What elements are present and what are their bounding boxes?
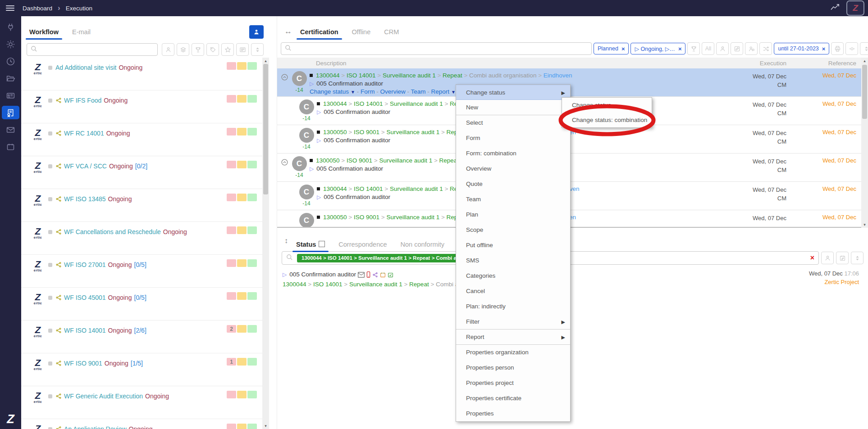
context-menu-item[interactable]: Plan ▶	[456, 207, 570, 222]
workflow-name[interactable]: Ap Application Review	[64, 425, 127, 429]
filter-chip-ongoing[interactable]: ▷ Ongoing, ▷…×	[630, 43, 685, 54]
item-checkbox[interactable]	[48, 361, 52, 366]
person-filter-icon[interactable]	[716, 42, 729, 55]
envelope-icon[interactable]	[358, 271, 365, 280]
breadcrumb-segment[interactable]: Surveillance audit 1	[376, 72, 436, 79]
breadcrumb-segment[interactable]: 1300044	[323, 100, 347, 107]
item-checkbox[interactable]	[48, 197, 52, 201]
folder-open-icon[interactable]	[2, 72, 19, 85]
breadcrumb-segment[interactable]: ISO 9001	[347, 129, 379, 135]
item-checkbox[interactable]	[48, 329, 52, 333]
context-menu-item[interactable]: Filter ▶	[456, 314, 570, 330]
breadcrumb-segment[interactable]: Surveillance audit 1	[372, 157, 432, 164]
context-menu-item[interactable]: Properties organization ▶	[456, 345, 570, 360]
item-checkbox[interactable]	[48, 99, 52, 103]
breadcrumb-segment[interactable]: ISO 14001	[347, 185, 383, 192]
breadcrumb-segment[interactable]: 1300044	[323, 185, 347, 192]
workflow-list-item[interactable]: Zertic WF Generic Audit ExecutionOngoing	[21, 386, 269, 419]
workflow-name[interactable]: WF IFS Food	[64, 97, 101, 104]
detail-tab[interactable]: Non conformity	[400, 241, 446, 252]
context-menu-item[interactable]: Scope ▶	[456, 222, 570, 238]
workflow-list-item[interactable]: Zertic WF ISO 13485Ongoing	[21, 189, 269, 222]
line-chart-icon[interactable]	[830, 3, 840, 13]
sort-icon[interactable]	[851, 252, 863, 264]
calendar-icon[interactable]	[380, 271, 386, 280]
workflow-list-item[interactable]: Zertic WF ISO 9001Ongoing[1/5] 1	[21, 353, 269, 386]
workflow-name[interactable]: WF ISO 14001	[64, 327, 106, 334]
table-row[interactable]: C 1300050ISO 9001Surveillance audit 1Rep…	[277, 210, 868, 228]
collapse-icon[interactable]	[277, 156, 289, 181]
clock-icon[interactable]	[2, 54, 19, 68]
tab-email[interactable]: E-mail	[71, 28, 91, 40]
printer-icon[interactable]	[831, 42, 844, 55]
context-menu-item[interactable]: Properties project ▶	[456, 375, 570, 391]
breadcrumb-segment[interactable]: ISO 14001	[306, 281, 343, 288]
close-icon[interactable]: ×	[678, 45, 682, 52]
breadcrumb-segment[interactable]: Repeat	[432, 157, 459, 164]
edit-filter-icon[interactable]	[731, 42, 743, 55]
context-menu-item[interactable]: Categories ▶	[456, 268, 570, 284]
header-execution[interactable]: Execution	[719, 60, 786, 67]
workflow-name[interactable]: WF ISO 13485	[64, 195, 106, 203]
item-checkbox[interactable]	[48, 164, 52, 168]
context-menu-item[interactable]: Quote ▶	[456, 176, 570, 192]
entry-breadcrumb[interactable]: 1300044ISO 14001Surveillance audit 1Repe…	[283, 280, 863, 289]
tab-crm[interactable]: CRM	[383, 28, 400, 40]
workflow-name[interactable]: WF VCA / SCC	[64, 163, 107, 170]
item-checkbox[interactable]	[48, 230, 52, 234]
phone-icon[interactable]	[366, 271, 370, 280]
scroll-down-icon[interactable]: ▾	[861, 222, 868, 227]
workflow-list-item[interactable]: Zertic WF RC 14001Ongoing	[21, 123, 269, 156]
person-filter-icon[interactable]	[821, 252, 834, 264]
context-menu-item[interactable]: Plan: indirectly ▶	[456, 299, 570, 314]
item-checkbox[interactable]	[48, 427, 52, 429]
workflow-name[interactable]: WF Generic Audit Execution	[64, 393, 143, 400]
tab-offline[interactable]: Offline	[351, 28, 372, 40]
table-row[interactable]: C -14 1300044ISO 14001Surveillance audit…	[277, 182, 868, 210]
node-icon[interactable]	[845, 42, 858, 55]
workflow-list-item[interactable]: Zertic WF Cancellations and RescheduleOn…	[21, 222, 269, 255]
workflow-name[interactable]: WF Cancellations and Reschedule	[64, 228, 161, 235]
calendar-icon[interactable]	[2, 140, 19, 154]
entry-project[interactable]: Zertic Project	[809, 278, 859, 286]
table-row[interactable]: C -14 1300044ISO 14001Surveillance audit…	[277, 68, 868, 97]
sort-icon[interactable]	[251, 43, 264, 56]
zertic-logo-bottom[interactable]: Z	[0, 412, 21, 426]
breadcrumb-segment[interactable]: ISO 14001	[340, 72, 376, 79]
workflow-list-item[interactable]: Zertic Ap Application ReviewOngoing	[21, 419, 269, 429]
trophy-filter-icon[interactable]	[192, 43, 204, 56]
breadcrumb-segment[interactable]: Surveillance audit 1	[379, 214, 439, 221]
id-card-icon[interactable]	[2, 89, 19, 102]
calendar-check-icon[interactable]	[388, 271, 393, 280]
scroll-thumb[interactable]	[263, 64, 268, 194]
breadcrumb-segment[interactable]: Surveillance audit 1	[343, 281, 402, 288]
context-menu-item[interactable]: Properties ▶	[456, 406, 570, 421]
filter-chip-date[interactable]: until 27-01-2023×	[774, 43, 829, 54]
breadcrumb-segment[interactable]: ISO 9001	[347, 214, 379, 221]
item-checkbox[interactable]	[48, 394, 52, 398]
status-checkbox[interactable]	[319, 241, 325, 247]
layers-filter-icon[interactable]	[177, 43, 189, 56]
table-scrollbar[interactable]: ▴ ▾	[861, 58, 868, 228]
all-filter-button[interactable]: All	[702, 42, 714, 55]
breadcrumb-segment[interactable]: 1300050	[323, 214, 347, 221]
context-menu-item[interactable]: SMS ▶	[456, 253, 570, 268]
scroll-thumb[interactable]	[862, 65, 867, 119]
item-checkbox[interactable]	[48, 66, 52, 70]
breadcrumb-segment[interactable]: 1300050	[323, 129, 347, 135]
context-menu-item[interactable]: Report ▶	[456, 330, 570, 345]
certificate-icon[interactable]	[2, 106, 19, 119]
scroll-down-icon[interactable]: ▾	[262, 423, 269, 429]
shuffle-filter-icon[interactable]	[759, 42, 772, 55]
vertical-resize-icon[interactable]: ↕	[284, 237, 288, 245]
breadcrumb-segment[interactable]: Surveillance audit 1	[383, 185, 443, 192]
collapse-icon[interactable]	[277, 71, 289, 96]
workflow-list-item[interactable]: Zertic WF ISO 27001Ongoing[0/5]	[21, 255, 269, 288]
hamburger-menu-icon[interactable]	[6, 5, 14, 11]
share-icon[interactable]	[372, 271, 378, 280]
tab-workflow[interactable]: Workflow	[28, 28, 59, 40]
close-icon[interactable]: ×	[822, 45, 826, 52]
breadcrumb-segment[interactable]: Repeat	[402, 281, 429, 288]
person-badge-filter-icon[interactable]	[745, 42, 758, 55]
filter-chip-planned[interactable]: Planned×	[594, 43, 629, 54]
